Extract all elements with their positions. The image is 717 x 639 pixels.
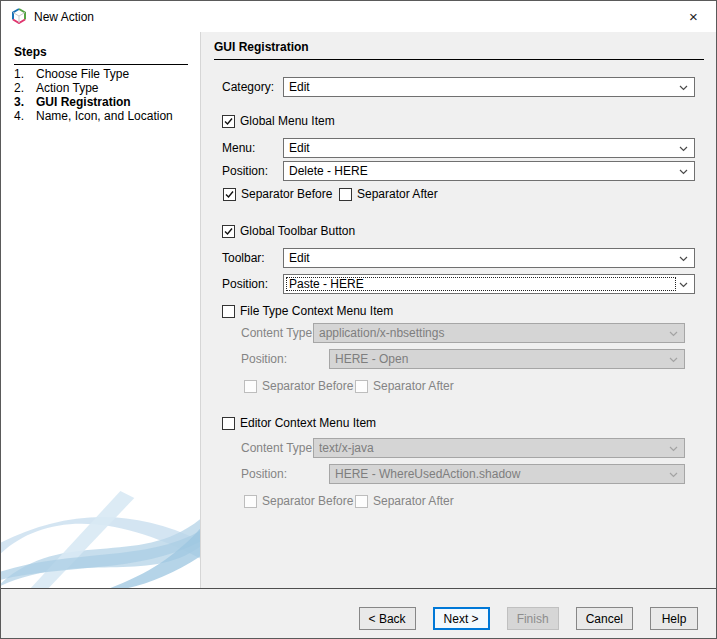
editor-content-type-label: Content Type: (241, 438, 316, 458)
checkbox-box (222, 305, 235, 318)
window-title: New Action (34, 10, 94, 24)
checkbox-box (223, 188, 236, 201)
global-menu-item-label: Global Menu Item (240, 115, 335, 128)
file-type-context-menu-item-checkbox[interactable]: File Type Context Menu Item (222, 304, 393, 318)
next-button[interactable]: Next > (433, 607, 490, 630)
file-separator-after-label: Separator After (373, 380, 454, 393)
steps-panel: Steps 1. Choose File Type 2. Action Type… (1, 32, 201, 588)
titlebar: New Action × (1, 1, 716, 32)
step-label: Choose File Type (36, 67, 129, 81)
checkbox-box (355, 380, 368, 393)
toolbar-label: Toolbar: (222, 248, 265, 268)
checkbox-box (222, 225, 235, 238)
step-item-choose-file-type: 1. Choose File Type (14, 67, 194, 81)
steps-list: 1. Choose File Type 2. Action Type 3. GU… (14, 67, 194, 123)
file-separator-after-checkbox: Separator After (355, 379, 454, 393)
checkbox-box (222, 115, 235, 128)
steps-heading: Steps (14, 45, 188, 65)
chevron-down-icon (669, 331, 678, 337)
file-type-context-menu-item-label: File Type Context Menu Item (240, 305, 393, 318)
button-bar: < Back Next > Finish Cancel Help (1, 588, 717, 639)
editor-position-label: Position: (241, 464, 287, 484)
toolbar-combobox[interactable]: Edit (283, 248, 695, 268)
back-button[interactable]: < Back (359, 607, 416, 630)
menu-position-label: Position: (222, 161, 268, 181)
menu-combobox[interactable]: Edit (283, 138, 695, 158)
global-toolbar-button-label: Global Toolbar Button (240, 225, 355, 238)
menu-position-combobox[interactable]: Delete - HERE (283, 161, 695, 181)
button-row: < Back Next > Finish Cancel Help (359, 607, 698, 630)
category-label: Category: (222, 77, 274, 97)
menu-position-combobox-value: Delete - HERE (289, 162, 674, 180)
panel-heading: GUI Registration (214, 40, 704, 60)
editor-position-combobox-value: HERE - WhereUsedAction.shadow (335, 465, 664, 483)
step-item-action-type: 2. Action Type (14, 81, 194, 95)
global-toolbar-button-checkbox[interactable]: Global Toolbar Button (222, 224, 355, 238)
chevron-down-icon (669, 472, 678, 478)
wizard-content: Steps 1. Choose File Type 2. Action Type… (1, 32, 716, 588)
file-position-combobox: HERE - Open (329, 349, 685, 369)
close-button[interactable]: × (671, 1, 716, 31)
checkmark-icon (223, 116, 234, 127)
file-position-label: Position: (241, 349, 287, 369)
step-label: GUI Registration (36, 95, 131, 109)
global-menu-item-checkbox[interactable]: Global Menu Item (222, 114, 335, 128)
step-label: Action Type (36, 81, 98, 95)
checkbox-box (244, 380, 257, 393)
close-icon: × (689, 8, 698, 25)
editor-separator-before-checkbox: Separator Before (244, 494, 353, 508)
file-content-type-combobox-value: application/x-nbsettings (319, 324, 664, 342)
toolbar-position-combobox[interactable]: Paste - HERE (283, 274, 695, 294)
step-number: 1. (14, 67, 36, 81)
editor-context-menu-item-checkbox[interactable]: Editor Context Menu Item (222, 416, 376, 430)
chevron-down-icon (669, 357, 678, 363)
step-number: 2. (14, 81, 36, 95)
editor-content-type-combobox: text/x-java (313, 438, 685, 458)
file-separator-before-checkbox: Separator Before (244, 379, 353, 393)
checkbox-box (355, 495, 368, 508)
chevron-down-icon (679, 146, 688, 152)
editor-content-type-combobox-value: text/x-java (319, 439, 664, 457)
checkbox-box (244, 495, 257, 508)
file-position-combobox-value: HERE - Open (335, 350, 664, 368)
toolbar-position-combobox-value: Paste - HERE (289, 275, 674, 293)
chevron-down-icon (679, 282, 688, 288)
finish-button: Finish (507, 607, 559, 630)
menu-separator-before-checkbox[interactable]: Separator Before (223, 187, 332, 201)
step-label: Name, Icon, and Location (36, 109, 173, 123)
checkbox-box (339, 188, 352, 201)
gui-registration-panel: GUI Registration Category: Edit Global M… (201, 32, 716, 588)
chevron-down-icon (679, 85, 688, 91)
step-number: 4. (14, 109, 36, 123)
category-combobox-value: Edit (289, 78, 674, 96)
menu-separator-after-checkbox[interactable]: Separator After (339, 187, 438, 201)
editor-separator-after-checkbox: Separator After (355, 494, 454, 508)
checkbox-box (222, 417, 235, 430)
toolbar-position-label: Position: (222, 274, 268, 294)
menu-separator-after-label: Separator After (357, 188, 438, 201)
menu-separator-before-label: Separator Before (241, 188, 332, 201)
chevron-down-icon (679, 256, 688, 262)
file-content-type-combobox: application/x-nbsettings (313, 323, 685, 343)
help-button[interactable]: Help (650, 607, 698, 630)
new-action-wizard-dialog: New Action × Steps 1. Choose File Type 2… (0, 0, 717, 639)
wizard-watermark-graphic (1, 453, 200, 588)
category-combobox[interactable]: Edit (283, 77, 695, 97)
checkmark-icon (224, 189, 235, 200)
file-content-type-label: Content Type: (241, 323, 316, 343)
file-separator-before-label: Separator Before (262, 380, 353, 393)
chevron-down-icon (679, 169, 688, 175)
menu-label: Menu: (222, 138, 255, 158)
editor-position-combobox: HERE - WhereUsedAction.shadow (329, 464, 685, 484)
toolbar-combobox-value: Edit (289, 249, 674, 267)
netbeans-cube-icon (11, 8, 27, 24)
editor-context-menu-item-label: Editor Context Menu Item (240, 417, 376, 430)
step-item-name-icon-location: 4. Name, Icon, and Location (14, 109, 194, 123)
step-item-gui-registration: 3. GUI Registration (14, 95, 194, 109)
editor-separator-before-label: Separator Before (262, 495, 353, 508)
checkmark-icon (223, 226, 234, 237)
menu-combobox-value: Edit (289, 139, 674, 157)
editor-separator-after-label: Separator After (373, 495, 454, 508)
cancel-button[interactable]: Cancel (576, 607, 633, 630)
chevron-down-icon (669, 446, 678, 452)
